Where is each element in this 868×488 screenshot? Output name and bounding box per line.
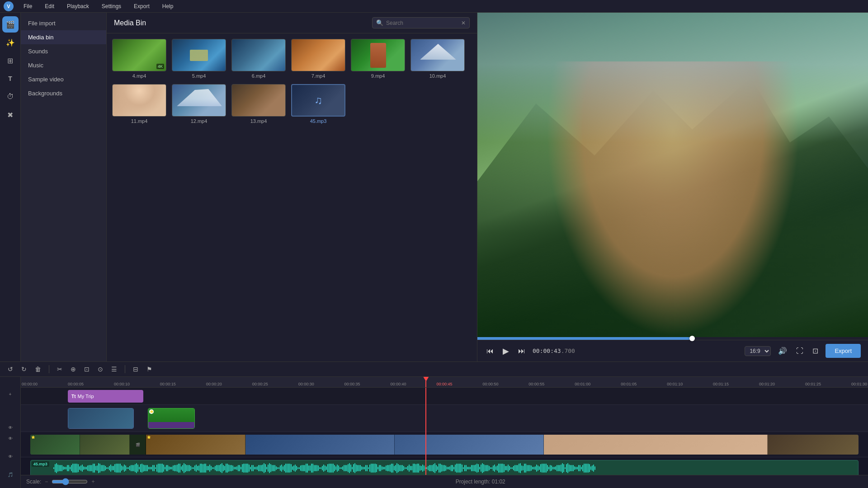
search-icon: 🔍 <box>376 19 383 26</box>
media-bin-header: Media Bin 🔍 ✕ <box>107 13 477 33</box>
media-label-4mp4: 4.mp4 <box>132 73 146 79</box>
media-thumb-4mp4: 4K <box>112 39 166 71</box>
volume-button[interactable]: 🔊 <box>776 346 789 356</box>
media-item-4mp4[interactable]: 4K 4.mp4 <box>112 39 166 79</box>
sidebar-icon-tools[interactable]: ✖ <box>2 107 19 123</box>
skip-forward-button[interactable]: ⏭ <box>516 346 527 356</box>
delete-button[interactable]: 🗑 <box>33 365 43 374</box>
media-label-45mp3: 45.mp3 <box>310 118 327 124</box>
media-thumb-12mp4 <box>172 84 226 117</box>
sidebar-icon-media[interactable]: 🎬 <box>2 16 19 33</box>
media-thumb-7mp4 <box>291 39 345 71</box>
panel-item-sample-video[interactable]: Sample video <box>21 72 106 86</box>
media-item-9mp4[interactable]: 9.mp4 <box>351 39 405 79</box>
preview-panel: ⏮ ▶ ⏭ 00:00:43.700 16:9 4:3 1:1 9:16 🔊 ⛶… <box>477 13 868 361</box>
media-item-12mp4[interactable]: 12.mp4 <box>172 84 226 124</box>
media-item-5mp4[interactable]: 5.mp4 <box>172 39 226 79</box>
project-length: Project length: 01:02 <box>98 479 863 485</box>
main-video-track: ⭐ 🎬 ⭐ <box>21 432 868 457</box>
sidebar-icon-grid[interactable]: ⊞ <box>2 52 19 69</box>
media-thumb-11mp4 <box>112 84 166 117</box>
media-thumb-45mp3: ♫ <box>291 84 345 117</box>
aspect-ratio-select[interactable]: 16:9 4:3 1:1 9:16 <box>745 346 771 356</box>
fullscreen-button[interactable]: ⛶ <box>794 346 805 356</box>
sidebar-icon-text[interactable]: T <box>2 70 19 87</box>
crop-button[interactable]: ⊡ <box>82 365 92 374</box>
menu-playback[interactable]: Playback <box>64 2 92 10</box>
insert-button[interactable]: ⊟ <box>131 365 141 374</box>
media-label-5mp4: 5.mp4 <box>192 73 206 79</box>
main-video-clip[interactable]: ⭐ 🎬 ⭐ <box>30 435 859 455</box>
preview-time-current: 00:00:43.700 <box>533 347 575 354</box>
video-clip-blue[interactable] <box>68 408 134 429</box>
media-item-7mp4[interactable]: 7.mp4 <box>291 39 345 79</box>
search-clear-icon[interactable]: ✕ <box>461 20 466 26</box>
title-clip-mytrip[interactable]: Tt My Trip <box>68 390 143 403</box>
panel-item-backgrounds[interactable]: Backgrounds <box>21 86 106 100</box>
play-button[interactable]: ▶ <box>501 345 511 357</box>
scale-min-icon: − <box>45 479 48 485</box>
scale-max-icon: + <box>91 479 94 485</box>
cut-button[interactable]: ✂ <box>55 365 65 374</box>
media-label-7mp4: 7.mp4 <box>311 73 326 79</box>
media-item-11mp4[interactable]: 11.mp4 <box>112 84 166 124</box>
flag-button[interactable]: ⚑ <box>144 365 155 374</box>
sidebar-icons: 🎬 ✨ ⊞ T ⏱ ✖ <box>0 13 21 361</box>
panel-item-sounds[interactable]: Sounds <box>21 44 106 58</box>
scale-slider[interactable] <box>52 478 88 485</box>
audio-clip-45mp3[interactable]: 45.mp3 // Generate waveform bars const w… <box>30 460 859 475</box>
menu-edit[interactable]: Edit <box>42 2 57 10</box>
media-item-10mp4[interactable]: 10.mp4 <box>410 39 465 79</box>
menu-export[interactable]: Export <box>131 2 152 10</box>
search-box: 🔍 ✕ <box>372 17 470 28</box>
align-button[interactable]: ☰ <box>109 365 119 374</box>
media-thumb-9mp4 <box>351 39 405 71</box>
panel-item-file-import[interactable]: File import <box>21 16 106 30</box>
menu-bar: V File Edit Playback Settings Export Hel… <box>0 0 868 13</box>
preview-seekbar[interactable] <box>477 337 868 340</box>
track-ctrl-add[interactable]: + <box>3 389 18 399</box>
menu-file[interactable]: File <box>21 2 35 10</box>
video-track-overlay: ⭐ <box>21 405 868 432</box>
audio-track: 45.mp3 // Generate waveform bars const w… <box>21 457 868 475</box>
timeline-body: + 👁 👁 👁 🎵 00:00:00 00:00:05 00:00:10 00:… <box>0 377 868 488</box>
track-ctrl-music[interactable]: 🎵 <box>3 470 18 479</box>
scale-label: Scale: <box>26 479 41 485</box>
timeline-area: ↺ ↻ 🗑 ✂ ⊕ ⊡ ⊙ ☰ ⊟ ⚑ + 👁 👁 👁 🎵 00: <box>0 361 868 488</box>
track-ctrl-eye-1[interactable]: 👁 <box>3 423 18 432</box>
media-item-13mp4[interactable]: 13.mp4 <box>231 84 286 124</box>
scale-bar: Scale: − + Project length: 01:02 <box>21 475 868 488</box>
menu-help[interactable]: Help <box>160 2 176 10</box>
redo-button[interactable]: ↻ <box>19 365 29 374</box>
sidebar-icon-clock[interactable]: ⏱ <box>2 89 19 105</box>
track-ctrl-eye-2[interactable]: 👁 <box>3 434 18 443</box>
media-item-45mp3[interactable]: ♫ 45.mp3 <box>291 84 345 124</box>
timeline-tracks: Tt My Trip ⭐ <box>21 388 868 475</box>
undo-button[interactable]: ↺ <box>5 365 15 374</box>
media-item-6mp4[interactable]: 6.mp4 <box>231 39 286 79</box>
panel-item-music[interactable]: Music <box>21 58 106 72</box>
left-panel: File import Media bin Sounds Music Sampl… <box>21 13 107 361</box>
settings-button[interactable]: ⊡ <box>811 346 820 356</box>
color-button[interactable]: ⊙ <box>95 365 105 374</box>
media-grid: 4K 4.mp4 5.mp4 6.mp4 7.mp4 <box>107 33 477 129</box>
video-clip-green[interactable]: ⭐ <box>148 408 195 429</box>
export-button[interactable]: Export <box>826 344 861 358</box>
timeline-toolbar: ↺ ↻ 🗑 ✂ ⊕ ⊡ ⊙ ☰ ⊟ ⚑ <box>0 362 868 377</box>
menu-settings[interactable]: Settings <box>99 2 124 10</box>
copy-button[interactable]: ⊕ <box>68 365 78 374</box>
track-ctrl-eye-3[interactable]: 👁 <box>3 452 18 461</box>
search-input[interactable] <box>386 20 458 26</box>
media-thumb-13mp4 <box>231 84 286 117</box>
panel-item-media-bin[interactable]: Media bin <box>21 30 106 44</box>
media-label-9mp4: 9.mp4 <box>371 73 385 79</box>
media-label-13mp4: 13.mp4 <box>250 118 267 124</box>
media-bin: Media Bin 🔍 ✕ 4K 4.mp4 5. <box>107 13 477 361</box>
preview-video <box>477 13 868 337</box>
media-label-10mp4: 10.mp4 <box>429 73 446 79</box>
media-label-11mp4: 11.mp4 <box>131 118 148 124</box>
media-thumb-10mp4 <box>410 39 465 71</box>
skip-back-button[interactable]: ⏮ <box>485 346 495 356</box>
media-label-6mp4: 6.mp4 <box>252 73 266 79</box>
sidebar-icon-effects[interactable]: ✨ <box>2 34 19 51</box>
